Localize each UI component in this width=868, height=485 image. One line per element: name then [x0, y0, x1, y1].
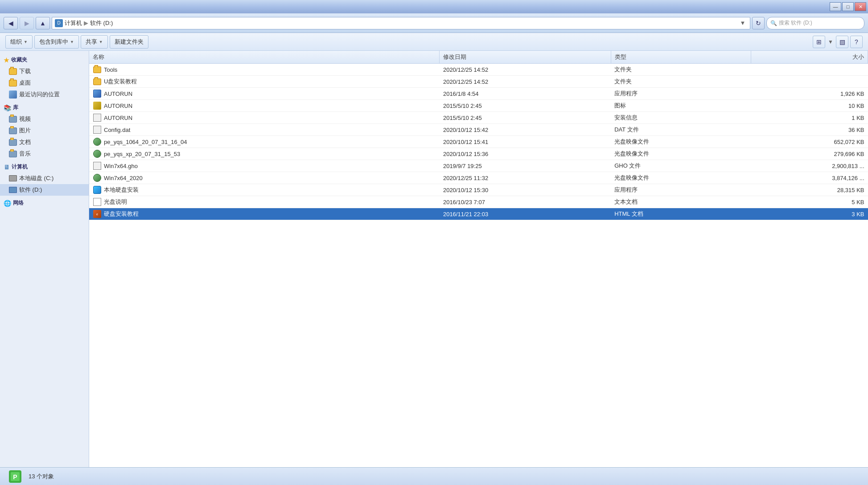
table-row[interactable]: Tools2020/12/25 14:52文件夹 [89, 64, 868, 76]
table-row[interactable]: pe_yqs_1064_20_07_31_16_042020/10/12 15:… [89, 136, 868, 148]
c-drive-icon [9, 175, 17, 181]
view-button[interactable]: ⊞ [813, 36, 825, 48]
help-button[interactable]: ? [850, 36, 863, 48]
iso-icon [93, 150, 101, 158]
column-modified[interactable]: 修改日期 [440, 51, 611, 64]
sidebar-item-download[interactable]: 下载 [0, 66, 89, 77]
status-count: 13 个对象 [29, 473, 54, 481]
folder-icon [93, 66, 101, 73]
file-modified-cell: 2016/1/8 4:54 [440, 88, 611, 100]
documents-folder-icon [9, 139, 17, 146]
sidebar-item-pictures[interactable]: 图片 [0, 125, 89, 136]
organize-button[interactable]: 组织 ▼ [5, 35, 33, 49]
address-path: 计算机 ▶ 软件 (D:) [65, 19, 113, 27]
sidebar-pictures-label: 图片 [19, 127, 31, 135]
search-box[interactable]: 🔍 搜索 软件 (D:) [766, 17, 864, 29]
inf-icon [93, 114, 101, 122]
new-folder-button[interactable]: 新建文件夹 [110, 35, 148, 49]
file-modified-cell: 2020/10/12 15:42 [440, 124, 611, 136]
address-drive-icon: D [55, 19, 63, 27]
table-row[interactable]: 本地硬盘安装2020/10/12 15:30应用程序28,315 KB [89, 184, 868, 196]
table-row[interactable]: AUTORUN2016/1/8 4:54应用程序1,926 KB [89, 88, 868, 100]
file-modified-cell: 2016/11/21 22:03 [440, 208, 611, 220]
file-name-text: pe_yqs_1064_20_07_31_16_04 [104, 139, 187, 145]
path-separator-1: ▶ [84, 20, 88, 26]
file-name-text: pe_yqs_xp_20_07_31_15_53 [104, 151, 180, 157]
include-library-button[interactable]: 包含到库中 ▼ [34, 35, 79, 49]
favorites-label: 收藏夹 [11, 56, 27, 64]
status-app-icon: P [7, 469, 23, 485]
file-name-cell: Config.dat [89, 124, 440, 136]
file-name-text: Win7x64.gho [104, 163, 138, 169]
network-icon: 🌐 [4, 200, 11, 207]
sidebar-download-label: 下载 [19, 67, 31, 75]
sidebar-item-desktop[interactable]: 桌面 [0, 77, 89, 89]
refresh-button[interactable]: ↻ [752, 17, 765, 29]
file-type-cell: GHO 文件 [611, 160, 751, 172]
column-name[interactable]: 名称 [89, 51, 440, 64]
share-button[interactable]: 共享 ▼ [81, 35, 108, 49]
up-button[interactable]: ▲ [36, 17, 50, 29]
sidebar-c-drive-label: 本地磁盘 (C:) [19, 174, 53, 182]
toolbar: 组织 ▼ 包含到库中 ▼ 共享 ▼ 新建文件夹 ⊞ ▼ ▧ ? [0, 33, 868, 51]
file-name-text: Config.dat [104, 127, 130, 133]
column-type[interactable]: 类型 [611, 51, 751, 64]
star-icon: ★ [4, 57, 9, 64]
file-type-cell: 文本文档 [611, 196, 751, 208]
computer-icon: 🖥 [4, 164, 10, 171]
file-modified-cell: 2020/10/12 15:30 [440, 184, 611, 196]
table-row[interactable]: AUTORUN2015/5/10 2:45安装信息1 KB [89, 112, 868, 124]
sidebar-favorites-header[interactable]: ★ 收藏夹 [0, 54, 89, 66]
preview-pane-button[interactable]: ▧ [836, 36, 848, 48]
file-name-text: Tools [104, 66, 117, 73]
address-bar[interactable]: D 计算机 ▶ 软件 (D:) ▼ [52, 17, 750, 29]
sidebar-item-c-drive[interactable]: 本地磁盘 (C:) [0, 173, 89, 184]
sidebar-item-music[interactable]: 音乐 [0, 148, 89, 160]
table-row[interactable]: U盘安装教程2020/12/25 14:52文件夹 [89, 76, 868, 88]
address-dropdown-arrow[interactable]: ▼ [738, 19, 747, 28]
sidebar-music-label: 音乐 [19, 150, 31, 158]
file-name-cell: AUTORUN [89, 112, 440, 124]
table-row[interactable]: pe_yqs_xp_20_07_31_15_532020/10/12 15:36… [89, 148, 868, 160]
d-drive-icon [9, 187, 17, 193]
sidebar-computer-header[interactable]: 🖥 计算机 [0, 161, 89, 173]
file-name-text: AUTORUN [104, 103, 132, 109]
close-button[interactable]: ✕ [855, 2, 866, 11]
video-folder-icon [9, 116, 17, 123]
back-button[interactable]: ◀ [4, 17, 18, 29]
sidebar-item-recent[interactable]: 最近访问的位置 [0, 89, 89, 100]
table-row[interactable]: e硬盘安装教程2016/11/21 22:03HTML 文档3 KB [89, 208, 868, 220]
table-row[interactable]: Win7x64_20202020/12/25 11:32光盘映像文件3,874,… [89, 172, 868, 184]
sidebar-item-documents[interactable]: 文档 [0, 136, 89, 148]
file-modified-cell: 2015/5/10 2:45 [440, 112, 611, 124]
sidebar-network-header[interactable]: 🌐 网络 [0, 197, 89, 209]
forward-button[interactable]: ▶ [20, 17, 34, 29]
file-name-cell: Tools [89, 64, 440, 76]
file-table: 名称 修改日期 类型 大小 Tools2020/12/25 14:52文件夹U盘… [89, 51, 868, 220]
sidebar-item-video[interactable]: 视频 [0, 113, 89, 125]
status-bar: P 13 个对象 [0, 467, 868, 485]
maximize-button[interactable]: □ [842, 2, 854, 11]
sidebar-item-d-drive[interactable]: 软件 (D:) [0, 184, 89, 196]
table-row[interactable]: Win7x64.gho2019/9/7 19:25GHO 文件2,900,813… [89, 160, 868, 172]
include-library-label: 包含到库中 [39, 38, 68, 46]
file-type-cell: 图标 [611, 100, 751, 112]
file-size-cell: 1,926 KB [751, 88, 868, 100]
organize-label: 组织 [10, 38, 22, 46]
file-area: 名称 修改日期 类型 大小 Tools2020/12/25 14:52文件夹U盘… [89, 51, 868, 467]
table-row[interactable]: 光盘说明2016/10/23 7:07文本文档5 KB [89, 196, 868, 208]
file-name-text: 硬盘安装教程 [104, 210, 139, 218]
sidebar-section-network: 🌐 网络 [0, 197, 89, 209]
column-size[interactable]: 大小 [751, 51, 868, 64]
table-row[interactable]: Config.dat2020/10/12 15:42DAT 文件36 KB [89, 124, 868, 136]
sidebar-library-header[interactable]: 📚 库 [0, 102, 89, 113]
search-icon: 🔍 [770, 20, 777, 26]
view-arrow: ▼ [828, 39, 833, 45]
new-folder-label: 新建文件夹 [115, 38, 144, 46]
svg-text:P: P [13, 473, 17, 481]
table-row[interactable]: AUTORUN2015/5/10 2:45图标10 KB [89, 100, 868, 112]
file-modified-cell: 2015/5/10 2:45 [440, 100, 611, 112]
file-name-cell: U盘安装教程 [89, 76, 440, 88]
minimize-button[interactable]: — [830, 2, 841, 11]
file-type-cell: 文件夹 [611, 76, 751, 88]
